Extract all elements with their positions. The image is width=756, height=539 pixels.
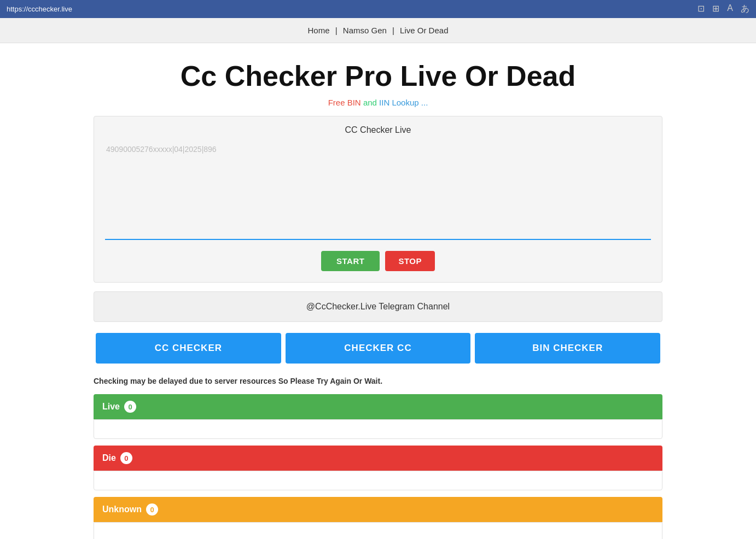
subtitle-free: Free BIN: [328, 98, 361, 107]
monitor-icon: ⊡: [697, 3, 705, 15]
notice-text: Checking may be delayed due to server re…: [94, 377, 662, 385]
unknown-section: Unknown 0: [94, 497, 662, 539]
unknown-label: Unknown: [102, 505, 142, 514]
die-count-badge: 0: [120, 452, 132, 464]
nav-bar: Home | Namso Gen | Live Or Dead: [0, 18, 756, 43]
unknown-body: [94, 522, 662, 539]
big-btn-row: CC CHECKER CHECKER CC BIN CHECKER: [94, 333, 662, 364]
checker-cc-button[interactable]: CHECKER CC: [286, 333, 471, 364]
start-button[interactable]: START: [321, 251, 380, 271]
die-label: Die: [102, 453, 116, 463]
live-header: Live 0: [94, 394, 662, 419]
die-section: Die 0: [94, 446, 662, 490]
nav-namso-gen[interactable]: Namso Gen: [343, 26, 387, 35]
die-header: Die 0: [94, 446, 662, 471]
button-row: START STOP: [105, 251, 651, 271]
grid-icon: ⊞: [712, 3, 719, 15]
die-body: [94, 471, 662, 490]
subtitle-and: and: [363, 98, 379, 107]
subtitle: Free BIN and IIN Lookup ...: [94, 98, 662, 107]
nav-live-or-dead[interactable]: Live Or Dead: [400, 26, 448, 35]
lang-icon: あ: [741, 3, 749, 15]
telegram-text: @CcChecker.Live Telegram Channel: [306, 302, 450, 311]
subtitle-iin: IIN Lookup ...: [379, 98, 428, 107]
stop-button[interactable]: STOP: [385, 251, 435, 271]
browser-url: https://ccchecker.live: [7, 5, 72, 13]
unknown-count-badge: 0: [146, 503, 158, 515]
live-label: Live: [102, 402, 120, 412]
browser-icons: ⊡ ⊞ A あ: [697, 3, 749, 15]
browser-bar: https://ccchecker.live ⊡ ⊞ A あ: [0, 0, 756, 18]
main-content: Cc Checker Pro Live Or Dead Free BIN and…: [77, 60, 679, 539]
live-section: Live 0: [94, 394, 662, 439]
nav-home[interactable]: Home: [308, 26, 330, 35]
live-body: [94, 419, 662, 439]
live-count-badge: 0: [124, 401, 136, 413]
font-icon: A: [727, 3, 733, 15]
telegram-banner: @CcChecker.Live Telegram Channel: [94, 291, 662, 322]
checker-box: CC Checker Live START STOP: [94, 116, 662, 283]
checker-box-title: CC Checker Live: [105, 125, 651, 135]
cc-textarea[interactable]: [105, 142, 651, 240]
cc-checker-button[interactable]: CC CHECKER: [96, 333, 281, 364]
page-title: Cc Checker Pro Live Or Dead: [94, 60, 662, 92]
bin-checker-button[interactable]: BIN CHECKER: [475, 333, 660, 364]
unknown-header: Unknown 0: [94, 497, 662, 522]
